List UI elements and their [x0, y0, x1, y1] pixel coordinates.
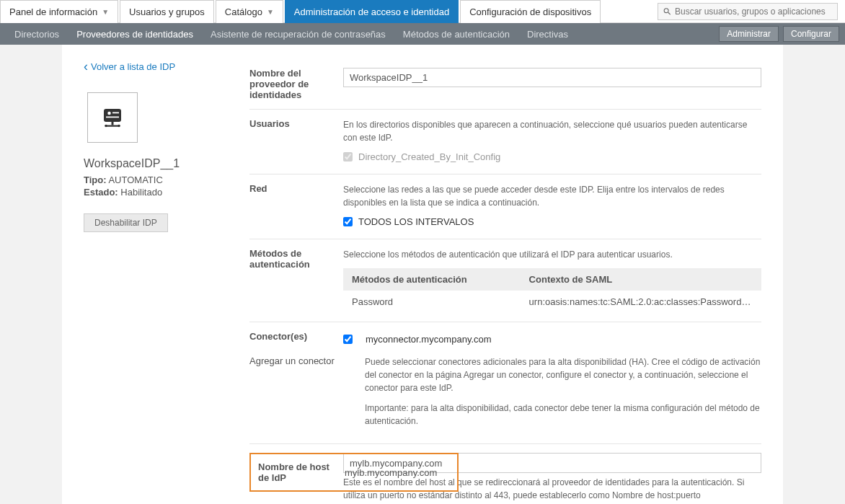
subnav-identity-providers[interactable]: Proveedores de identidades — [68, 23, 202, 45]
svg-rect-5 — [106, 125, 119, 127]
subnav-directories[interactable]: Directorios — [6, 23, 68, 45]
subnav-password-recovery[interactable]: Asistente de recuperación de contraseñas — [202, 23, 394, 45]
network-all-checkbox[interactable] — [343, 217, 353, 226]
network-all-label: TODOS LOS INTERVALOS — [358, 216, 474, 227]
tab-identity-access[interactable]: Administración de acceso e identidad — [285, 0, 459, 23]
chevron-down-icon: ▼ — [267, 8, 274, 16]
auth-th-context: Contexto de SAML — [521, 268, 761, 291]
directory-checkbox-row: Directory_Created_By_Init_Config — [343, 151, 761, 162]
svg-point-7 — [118, 125, 120, 128]
identity-provider-icon — [99, 105, 125, 131]
disable-idp-button[interactable]: Deshabilitar IDP — [84, 213, 168, 232]
idp-hostname-label: Nombre de host de IdP — [258, 461, 345, 483]
chevron-down-icon: ▼ — [102, 8, 109, 16]
auth-methods-table: Métodos de autenticación Contexto de SAM… — [343, 268, 761, 313]
idp-type: Tipo: AUTOMATIC — [84, 174, 228, 185]
auth-context-cell: urn:oasis:names:tc:SAML:2.0:ac:classes:P… — [521, 291, 761, 313]
search-box[interactable] — [658, 3, 838, 20]
auth-help: Seleccione los métodos de autenticación … — [343, 248, 761, 261]
idp-title: WorkspaceIDP__1 — [84, 157, 228, 170]
back-to-idp-list-link[interactable]: Volver a lista de IDP — [84, 59, 228, 74]
idp-name-label: Nombre del proveedor de identidades — [249, 68, 343, 100]
svg-point-6 — [105, 125, 107, 128]
table-row: Password urn:oasis:names:tc:SAML:2.0:ac:… — [343, 291, 761, 313]
idp-hostname-display: mylb.mycompany.com — [345, 467, 450, 478]
search-input[interactable] — [675, 6, 833, 17]
tab-label: Administración de acceso e identidad — [294, 6, 449, 17]
idp-state: Estado: Habilitado — [84, 187, 228, 198]
tab-dashboard[interactable]: Panel de información▼ — [0, 0, 118, 23]
search-icon — [663, 6, 672, 17]
auth-th-method: Métodos de autenticación — [343, 268, 521, 291]
users-help: En los directorios disponibles que apare… — [343, 118, 761, 144]
subnav-auth-methods[interactable]: Métodos de autenticación — [394, 23, 518, 45]
tab-label: Panel de información — [9, 6, 97, 17]
subnav-policies[interactable]: Directivas — [518, 23, 577, 45]
add-connector-help1: Puede seleccionar conectores adicionales… — [365, 355, 761, 394]
connector-name-label: myconnector.mycompany.com — [366, 334, 492, 345]
tab-label: Catálogo — [225, 6, 262, 17]
svg-point-1 — [107, 112, 111, 115]
svg-rect-2 — [112, 112, 119, 114]
administer-button[interactable]: Administrar — [719, 26, 779, 42]
users-label: Usuarios — [249, 118, 343, 165]
idp-name-input[interactable] — [343, 68, 761, 87]
svg-rect-3 — [106, 117, 119, 118]
network-all-checkbox-row[interactable]: TODOS LOS INTERVALOS — [343, 216, 761, 227]
add-connector-label: Agregar un conector — [249, 355, 343, 366]
network-label: Red — [249, 183, 343, 230]
tab-users-groups[interactable]: Usuarios y grupos — [120, 0, 214, 23]
svg-rect-0 — [104, 109, 121, 122]
auth-method-cell: Password — [343, 291, 521, 313]
directory-label: Directory_Created_By_Init_Config — [358, 151, 500, 162]
tab-device-config[interactable]: Configuración de dispositivos — [460, 0, 601, 23]
tab-label: Usuarios y grupos — [129, 6, 205, 17]
auth-methods-label: Métodos de autenticación — [249, 248, 343, 313]
tab-label: Configuración de dispositivos — [469, 6, 591, 17]
configure-button[interactable]: Configurar — [783, 26, 839, 42]
add-connector-help2: Importante: para la alta disponibilidad,… — [365, 402, 761, 428]
idp-icon — [87, 92, 138, 143]
network-help: Seleccione las redes a las que se puede … — [343, 183, 761, 209]
svg-rect-4 — [112, 122, 114, 125]
connector-checkbox[interactable] — [343, 335, 353, 344]
directory-checkbox — [343, 152, 353, 162]
connector-checkbox-row[interactable]: myconnector.mycompany.com — [343, 334, 761, 345]
tab-catalog[interactable]: Catálogo▼ — [216, 0, 283, 23]
